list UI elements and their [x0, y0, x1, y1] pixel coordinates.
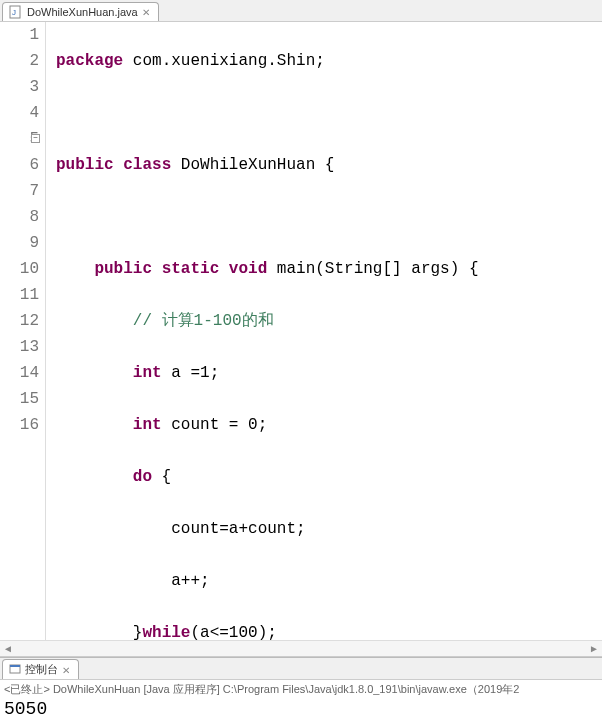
close-icon[interactable]: ✕	[142, 7, 152, 17]
fold-marker-icon[interactable]: –	[31, 134, 40, 143]
console-output: 5050	[4, 697, 598, 719]
scroll-right-icon[interactable]: ►	[586, 641, 602, 657]
console-tab[interactable]: 控制台 ✕	[2, 659, 79, 679]
line-number: 3	[0, 74, 39, 100]
line-number: 16	[0, 412, 39, 438]
line-number: 7	[0, 178, 39, 204]
line-number: 12	[0, 308, 39, 334]
line-number: 10	[0, 256, 39, 282]
editor-tabbar: J DoWhileXunHuan.java ✕	[0, 0, 602, 22]
horizontal-scrollbar[interactable]: ◄ ►	[0, 640, 602, 656]
line-number: 5–	[0, 126, 39, 152]
console-tab-label: 控制台	[25, 662, 58, 677]
editor-area: 1 2 3 4 5– 6 7 8 9 10 11 12 13 14 15 16 …	[0, 22, 602, 657]
line-number: 11	[0, 282, 39, 308]
svg-text:J: J	[12, 8, 16, 17]
line-number: 4	[0, 100, 39, 126]
close-icon[interactable]: ✕	[62, 665, 72, 675]
scroll-left-icon[interactable]: ◄	[0, 641, 16, 657]
line-number: 1	[0, 22, 39, 48]
line-number: 9	[0, 230, 39, 256]
console-panel: 控制台 ✕ <已终止> DoWhileXunHuan [Java 应用程序] C…	[0, 657, 602, 721]
code-editor[interactable]: 1 2 3 4 5– 6 7 8 9 10 11 12 13 14 15 16 …	[0, 22, 602, 640]
line-number: 2	[0, 48, 39, 74]
java-file-icon: J	[9, 5, 23, 19]
line-number: 15	[0, 386, 39, 412]
line-number: 6	[0, 152, 39, 178]
line-number: 13	[0, 334, 39, 360]
console-tabbar: 控制台 ✕	[0, 658, 602, 680]
console-status-line: <已终止> DoWhileXunHuan [Java 应用程序] C:\Prog…	[4, 682, 598, 697]
svg-rect-3	[10, 665, 20, 667]
editor-tab-active[interactable]: J DoWhileXunHuan.java ✕	[2, 2, 159, 21]
code-content[interactable]: package com.xuenixiang.Shin; public clas…	[46, 22, 602, 640]
line-number-gutter: 1 2 3 4 5– 6 7 8 9 10 11 12 13 14 15 16	[0, 22, 46, 640]
line-number: 8	[0, 204, 39, 230]
line-number: 14	[0, 360, 39, 386]
console-icon	[9, 663, 21, 677]
console-body: <已终止> DoWhileXunHuan [Java 应用程序] C:\Prog…	[0, 680, 602, 721]
editor-tab-label: DoWhileXunHuan.java	[27, 6, 138, 18]
